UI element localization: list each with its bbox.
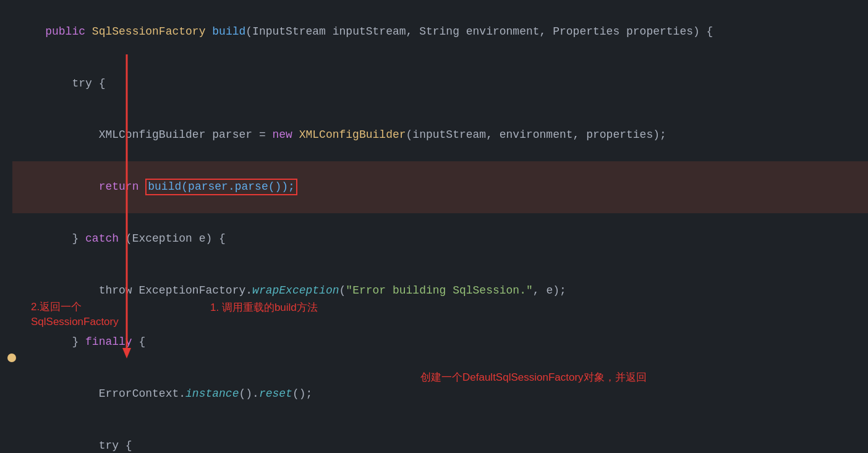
code-line-7: } finally { — [12, 316, 868, 368]
code-line-1: public SqlSessionFactory build(InputStre… — [12, 6, 868, 58]
code-editor: public SqlSessionFactory build(InputStre… — [0, 0, 868, 453]
build-call-highlight: build(parser.parse()); — [145, 179, 297, 195]
code-line-3: XMLConfigBuilder parser = new XMLConfigB… — [12, 109, 868, 161]
code-line-9: try { — [12, 420, 868, 453]
code-line-4: return build(parser.parse()); — [12, 161, 868, 213]
code-line-5: } catch (Exception e) { — [12, 213, 868, 265]
code-line-2: try { — [12, 58, 868, 110]
code-line-8: ErrorContext.instance().reset(); — [12, 368, 868, 420]
code-line-6: throw ExceptionFactory.wrapException("Er… — [12, 265, 868, 317]
